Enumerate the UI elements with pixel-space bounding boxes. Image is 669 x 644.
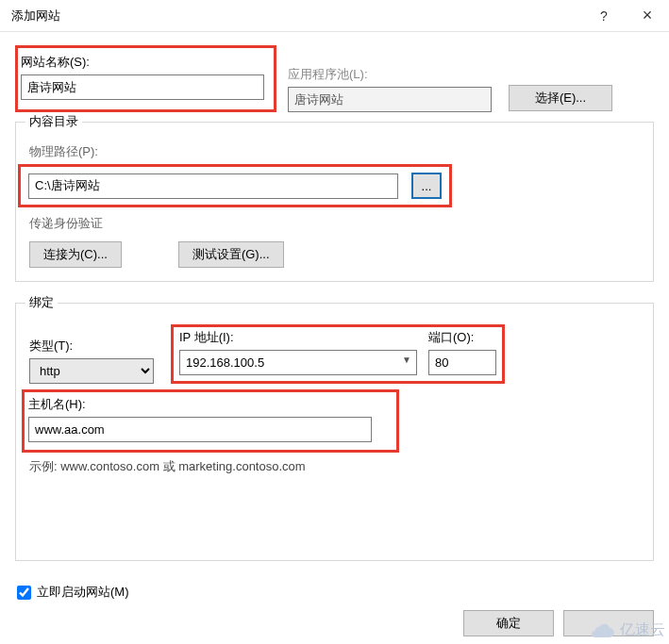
host-highlight: 主机名(H): bbox=[22, 389, 399, 453]
select-pool-button[interactable]: 选择(E)... bbox=[509, 85, 612, 111]
connect-as-button[interactable]: 连接为(C)... bbox=[29, 241, 122, 268]
app-pool-input bbox=[288, 87, 492, 112]
chevron-down-icon[interactable]: ▼ bbox=[402, 355, 411, 365]
site-name-input[interactable] bbox=[21, 74, 264, 100]
ok-button[interactable]: 确定 bbox=[463, 610, 554, 636]
port-label: 端口(O): bbox=[428, 329, 496, 346]
content-dir-legend: 内容目录 bbox=[25, 113, 82, 130]
ellipsis-icon: ... bbox=[422, 179, 432, 193]
watermark-text: 亿速云 bbox=[620, 620, 665, 640]
start-now-row: 立即启动网站(M) bbox=[17, 584, 129, 601]
start-now-label: 立即启动网站(M) bbox=[37, 584, 129, 601]
ip-label: IP 地址(I): bbox=[179, 329, 417, 346]
host-example: 示例: www.contoso.com 或 marketing.contoso.… bbox=[29, 458, 640, 475]
select-pool-label: 选择(E)... bbox=[535, 90, 586, 107]
site-name-highlight: 网站名称(S): bbox=[15, 45, 276, 112]
test-settings-button[interactable]: 测试设置(G)... bbox=[178, 241, 284, 268]
close-icon: × bbox=[643, 6, 653, 25]
physical-path-input[interactable] bbox=[28, 173, 398, 199]
cloud-icon bbox=[590, 622, 616, 639]
host-label: 主机名(H): bbox=[28, 396, 389, 413]
binding-fieldset: 绑定 类型(T): http IP 地址(I): ▼ 端口(O): bbox=[15, 303, 654, 561]
window-title: 添加网站 bbox=[11, 8, 582, 25]
port-input[interactable] bbox=[428, 350, 496, 375]
type-select[interactable]: http bbox=[29, 358, 154, 384]
ip-port-highlight: IP 地址(I): ▼ 端口(O): bbox=[171, 324, 505, 384]
start-now-checkbox[interactable] bbox=[17, 586, 31, 600]
content-dir-fieldset: 内容目录 物理路径(P): ... 传递身份验证 连接为(C)... 测试设置(… bbox=[15, 122, 654, 282]
binding-legend: 绑定 bbox=[25, 294, 58, 311]
app-pool-label: 应用程序池(L): bbox=[288, 66, 492, 83]
title-bar: 添加网站 ? × bbox=[0, 0, 669, 32]
connect-as-label: 连接为(C)... bbox=[43, 246, 108, 263]
browse-path-button[interactable]: ... bbox=[411, 173, 442, 199]
watermark: 亿速云 bbox=[590, 620, 665, 640]
help-icon: ? bbox=[600, 8, 608, 24]
host-input[interactable] bbox=[28, 417, 372, 442]
ip-input[interactable] bbox=[179, 350, 417, 375]
ok-label: 确定 bbox=[496, 615, 521, 632]
physical-path-label: 物理路径(P): bbox=[29, 143, 640, 160]
help-button[interactable]: ? bbox=[582, 0, 626, 32]
site-name-label: 网站名称(S): bbox=[21, 54, 264, 71]
type-label: 类型(T): bbox=[29, 338, 171, 355]
pass-through-auth-label: 传递身份验证 bbox=[29, 215, 640, 232]
test-settings-label: 测试设置(G)... bbox=[192, 246, 270, 263]
close-button[interactable]: × bbox=[626, 0, 669, 32]
dialog-content: 网站名称(S): 应用程序池(L): 选择(E)... 内容目录 物理路径(P)… bbox=[0, 32, 669, 561]
